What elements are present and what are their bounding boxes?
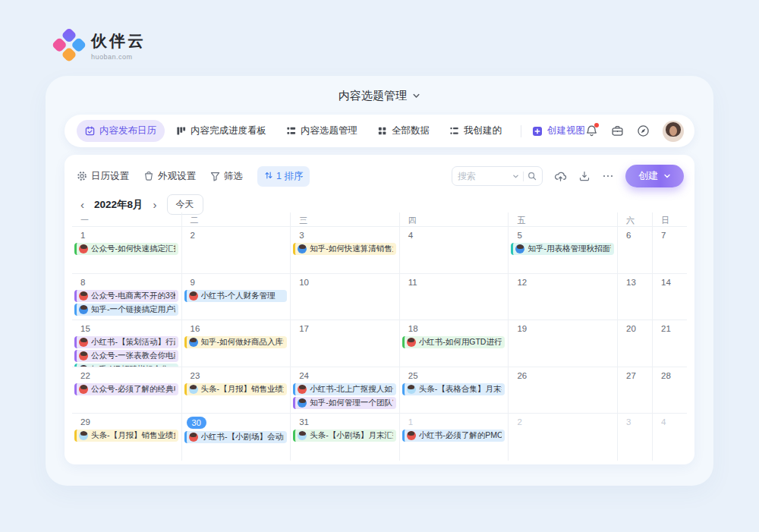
calendar-day-cell[interactable]: 16知乎-如何做好商品入库管理?	[181, 320, 291, 367]
calendar-day-cell[interactable]: 8公众号-电商离不开的3张表知乎-一个链接搞定用户调查...	[72, 274, 181, 321]
tab-all-data[interactable]: 全部数据	[369, 120, 438, 142]
create-button[interactable]: 创建	[625, 165, 684, 187]
calendar-day-cell[interactable]: 17	[290, 320, 399, 367]
prev-month-button[interactable]: ‹	[79, 199, 86, 210]
page-title-row[interactable]: 内容选题管理	[46, 89, 713, 103]
calendar-settings-button[interactable]: 日历设置	[77, 170, 129, 183]
calendar-day-cell[interactable]: 9小红书-个人财务管理	[181, 274, 291, 321]
more-ellipsis-icon[interactable]	[602, 170, 614, 182]
calendar-day-cell[interactable]: 25头条-【表格合集】月末抱大腿	[399, 367, 509, 414]
day-number: 20	[618, 320, 652, 335]
user-avatar[interactable]	[663, 121, 684, 142]
event-chip[interactable]: 知乎-用表格管理秋招面试?	[511, 243, 614, 255]
event-chip[interactable]: 头条-【月报】销售业绩如何...	[184, 383, 288, 395]
event-chip[interactable]: 公众号-如何快速搞定汇报图...	[74, 243, 178, 255]
discover-compass-icon[interactable]	[637, 124, 650, 137]
tab-created-by-me[interactable]: 我创建的	[441, 120, 510, 142]
calendar-day-cell[interactable]: 26	[508, 367, 617, 414]
assignee-avatar	[407, 385, 416, 394]
event-chip[interactable]: 知乎-如何做好商品入库管理?	[184, 336, 288, 348]
today-button[interactable]: 今天	[167, 194, 203, 215]
calendar-day-cell[interactable]: 4	[652, 414, 687, 461]
calendar-day-cell[interactable]: 28	[652, 367, 687, 414]
calendar-day-cell[interactable]: 1公众号-如何快速搞定汇报图...	[72, 227, 181, 274]
brand-logo[interactable]: 伙伴云 huoban.com	[53, 30, 146, 61]
calendar-day-cell[interactable]: 6	[617, 227, 652, 274]
next-month-button[interactable]: ›	[152, 199, 159, 210]
calendar-day-cell[interactable]: 21	[652, 320, 687, 367]
event-chip[interactable]: 小红书-个人财务管理	[184, 290, 288, 302]
event-chip[interactable]: 知乎-如何管理一个团队?	[293, 397, 396, 409]
event-chip[interactable]: 公众号-必须了解的经典电商...	[74, 383, 178, 395]
event-chip[interactable]: 小红书-【策划活动】行政中...	[74, 336, 178, 348]
calendar-day-cell[interactable]: 5知乎-用表格管理秋招面试?	[508, 227, 617, 274]
day-number: 8	[72, 274, 181, 288]
filter-button[interactable]: 筛选	[210, 170, 243, 183]
workspace-briefcase-icon[interactable]	[611, 124, 624, 137]
event-chip[interactable]: 知乎-一个链接搞定用户调查...	[74, 304, 178, 316]
month-label: 2022年8月	[94, 198, 143, 212]
calendar-day-cell[interactable]: 7	[652, 227, 687, 274]
search-icon[interactable]	[528, 172, 537, 181]
event-chip[interactable]: 小红书-北上广抠搜人如何高...	[293, 383, 396, 395]
calendar-day-cell[interactable]: 31头条-【小剧场】月末汇报. ...	[290, 414, 399, 461]
event-chip[interactable]: 小红书-【小剧场】会动的甘...	[184, 431, 288, 443]
title-chevron-down-icon	[412, 92, 420, 100]
tab-topic-management[interactable]: 内容选题管理	[278, 120, 366, 142]
calendar-day-cell[interactable]: 13	[617, 274, 652, 321]
event-chip[interactable]: 知乎-如何快速算清销售业绩?	[293, 243, 396, 255]
weekday-header: 六	[617, 212, 652, 227]
event-chip[interactable]: 公众号-电商离不开的3张表	[74, 290, 178, 302]
calendar-day-cell[interactable]: 3知乎-如何快速算清销售业绩?	[290, 227, 399, 274]
calendar-day-cell[interactable]: 23头条-【月报】销售业绩如何...	[181, 367, 291, 414]
event-chip[interactable]: 小红书-必须了解的PMO知识...	[402, 430, 505, 442]
calendar-day-cell[interactable]: 22公众号-必须了解的经典电商...	[72, 367, 181, 414]
sort-button[interactable]: 1 排序	[257, 166, 310, 187]
calendar-day-cell[interactable]: 10	[290, 274, 399, 321]
calendar-day-cell[interactable]: 24小红书-北上广抠搜人如何高...知乎-如何管理一个团队?	[290, 367, 399, 414]
assignee-avatar	[298, 244, 307, 253]
calendar-day-cell[interactable]: 18小红书-如何用GTD进行时间...	[399, 320, 509, 367]
table-icon	[286, 126, 296, 136]
day-number: 31	[291, 414, 399, 428]
event-title: 小红书-个人财务管理	[201, 291, 276, 301]
calendar-day-cell[interactable]: 3	[617, 414, 652, 461]
list-icon	[449, 126, 459, 136]
calendar-day-cell[interactable]: 11	[399, 274, 509, 321]
event-chip[interactable]: 头条-【表格合集】月末抱大腿	[402, 383, 505, 395]
assignee-avatar	[79, 385, 88, 394]
day-number: 23	[182, 367, 291, 382]
search-input[interactable]: 搜索	[452, 166, 543, 186]
notifications-bell-icon[interactable]	[585, 124, 598, 137]
event-chip[interactable]: 小红书-如何用GTD进行时间...	[402, 336, 505, 348]
calendar-day-cell[interactable]: 30小红书-【小剧场】会动的甘...	[181, 414, 291, 461]
create-view-button[interactable]: 创建视图	[532, 124, 585, 137]
calendar-day-cell[interactable]: 2	[508, 414, 617, 461]
tab-progress-kanban[interactable]: 内容完成进度看板	[168, 120, 275, 142]
calendar-day-cell[interactable]: 4	[399, 227, 509, 274]
calendar-day-cell[interactable]: 29头条-【月报】销售业绩如何...	[72, 414, 181, 461]
calendar-day-cell[interactable]: 20	[617, 320, 652, 367]
calendar-day-cell[interactable]: 15小红书-【策划活动】行政中...公众号-一张表教会你电商数...知乎-HR招…	[72, 320, 181, 367]
calendar-day-cell[interactable]: 19	[508, 320, 617, 367]
calendar-day-cell[interactable]: 1小红书-必须了解的PMO知识...	[399, 414, 509, 461]
day-number: 2	[509, 414, 617, 428]
tab-content-publish-calendar[interactable]: 内容发布日历	[77, 120, 165, 142]
assignee-avatar	[189, 385, 198, 394]
share-cloud-icon[interactable]	[554, 170, 567, 183]
grid-icon	[377, 126, 387, 136]
calendar-day-cell[interactable]: 27	[617, 367, 652, 414]
calendar-day-cell[interactable]: 2	[181, 227, 291, 274]
calendar-day-cell[interactable]: 12	[508, 274, 617, 321]
event-chip[interactable]: 头条-【月报】销售业绩如何...	[74, 430, 178, 442]
appearance-settings-button[interactable]: 外观设置	[143, 170, 196, 183]
event-chip[interactable]: 头条-【小剧场】月末汇报. ...	[293, 430, 396, 442]
event-chip[interactable]: 公众号-一张表教会你电商数...	[74, 350, 178, 362]
day-number: 15	[72, 320, 181, 335]
day-number: 7	[653, 227, 687, 241]
tab-label: 内容发布日历	[99, 124, 156, 137]
search-scope-chevron-down-icon[interactable]	[512, 173, 519, 180]
event-title: 小红书-北上广抠搜人如何高...	[310, 384, 393, 395]
calendar-day-cell[interactable]: 14	[652, 274, 687, 321]
download-icon[interactable]	[578, 170, 591, 182]
